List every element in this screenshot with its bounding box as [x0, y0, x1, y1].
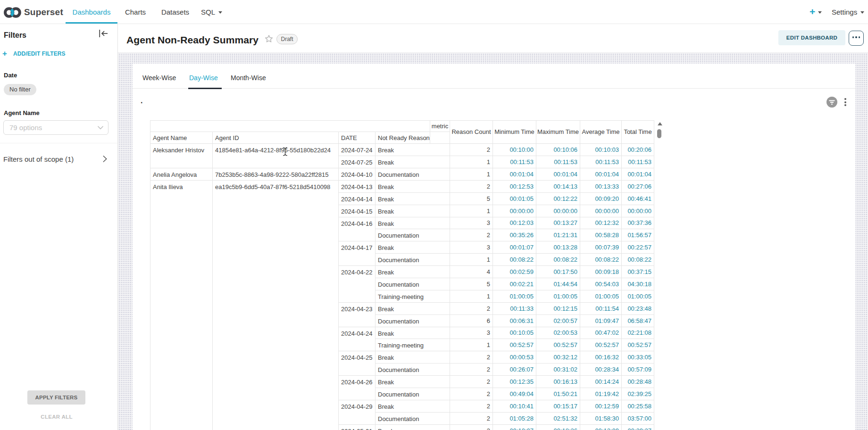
cell-agent-name[interactable]: Anelia Angelova: [150, 168, 213, 180]
cell-min: 00:06:31: [493, 314, 536, 327]
tab-month-wise[interactable]: Month-Wise: [231, 66, 266, 90]
pivot-col-dimension-label[interactable]: metric: [430, 120, 450, 132]
pivot-metric-header[interactable]: Reason Count: [450, 120, 493, 144]
scrollbar-thumb[interactable]: [657, 129, 661, 138]
cell-min: 00:10:05: [493, 327, 536, 339]
cell-agent-id[interactable]: 7b253b5c-8863-4a98-9222-580a22ff2815: [213, 168, 339, 180]
scrollbar-up-arrow-icon[interactable]: [658, 122, 662, 125]
dashboard-tabbar: Week-Wise Day-Wise Month-Wise: [133, 64, 855, 89]
cell-date[interactable]: 2024-04-26: [339, 376, 376, 400]
cell-total: 00:01:04: [622, 168, 654, 180]
superset-logo-icon: [3, 5, 22, 20]
cell-reason[interactable]: Break: [376, 424, 450, 430]
cell-avg: 00:14:24: [580, 376, 622, 388]
pivot-row-dimension-label[interactable]: DATE: [339, 132, 376, 144]
cell-date[interactable]: 2024-04-24: [339, 327, 376, 351]
edit-dashboard-button[interactable]: EDIT DASHBOARD: [778, 30, 845, 45]
applied-filters-icon[interactable]: [826, 97, 837, 108]
cell-count: 1: [450, 156, 493, 168]
favorite-star-icon[interactable]: [265, 34, 273, 43]
cell-reason[interactable]: Documentation: [376, 388, 450, 400]
cell-date[interactable]: 2024-04-13: [339, 180, 376, 192]
cell-reason[interactable]: Documentation: [376, 278, 450, 290]
apply-filters-button[interactable]: APPLY FILTERS: [27, 390, 85, 405]
cell-reason[interactable]: Documentation: [376, 412, 450, 424]
cell-reason[interactable]: Break: [376, 241, 450, 254]
cell-max: 00:01:04: [536, 168, 580, 180]
cell-reason[interactable]: Break: [376, 266, 450, 278]
cell-date[interactable]: 2024-04-14: [339, 192, 376, 205]
cell-reason[interactable]: Break: [376, 180, 450, 192]
cell-date[interactable]: 2024-04-16: [339, 217, 376, 241]
pivot-metric-header[interactable]: Minimum Time: [493, 120, 536, 144]
cell-date[interactable]: 2024-04-15: [339, 205, 376, 217]
cell-date[interactable]: 2024-07-25: [339, 156, 376, 168]
nav-item-sql[interactable]: SQL: [195, 0, 228, 24]
cell-min: 00:00:53: [493, 351, 536, 364]
cell-agent-name[interactable]: Anita Ilieva: [150, 180, 213, 430]
collapse-filters-icon[interactable]: [99, 30, 108, 37]
cell-date[interactable]: 2024-04-25: [339, 351, 376, 376]
pivot-row-dimension-label[interactable]: Agent ID: [213, 132, 339, 144]
cell-agent-id[interactable]: ea19c5b9-6dd5-40a7-87f6-5218d5410098: [213, 180, 339, 430]
cell-avg: 00:07:39: [580, 241, 622, 254]
cell-date[interactable]: 2024-04-22: [339, 266, 376, 303]
cell-reason[interactable]: Break: [376, 217, 450, 229]
cell-agent-id[interactable]: 41854e81-a64a-4212-8f95-55d180b22d24: [213, 144, 339, 168]
cell-max: 00:52:57: [536, 339, 580, 351]
cell-min: 00:49:04: [493, 388, 536, 400]
cell-min: 00:11:53: [493, 156, 536, 168]
pivot-row-dimension-label[interactable]: Agent Name: [150, 132, 213, 144]
new-item-button[interactable]: +: [810, 0, 822, 24]
add-edit-filters-button[interactable]: + ADD/EDIT FILTERS: [2, 50, 66, 57]
pivot-metric-header[interactable]: Average Time: [580, 120, 622, 144]
cell-date[interactable]: 2024-04-17: [339, 241, 376, 266]
cell-reason[interactable]: Documentation: [376, 364, 450, 376]
cell-reason[interactable]: Documentation: [376, 314, 450, 327]
dashboard-more-button[interactable]: [849, 31, 864, 46]
cell-reason[interactable]: Break: [376, 376, 450, 388]
clear-all-button[interactable]: CLEAR ALL: [0, 414, 113, 420]
pivot-metric-header[interactable]: Total Time: [622, 120, 654, 144]
cell-count: 3: [450, 241, 493, 254]
cell-reason[interactable]: Documentation: [376, 168, 450, 180]
cell-date[interactable]: 2024-05-01: [339, 424, 376, 430]
nav-item-datasets[interactable]: Datasets: [155, 0, 196, 24]
settings-menu[interactable]: Settings: [832, 0, 864, 24]
cell-reason[interactable]: Break: [376, 156, 450, 168]
nav-item-charts[interactable]: Charts: [118, 0, 152, 24]
cell-date[interactable]: 2024-04-29: [339, 400, 376, 424]
table-scrollbar[interactable]: [656, 120, 663, 430]
superset-logo[interactable]: Superset: [3, 4, 63, 21]
cell-date[interactable]: 2024-04-23: [339, 302, 376, 327]
cell-date[interactable]: 2024-07-24: [339, 144, 376, 156]
cell-reason[interactable]: Break: [376, 302, 450, 314]
cell-reason[interactable]: Break: [376, 327, 450, 339]
cell-total: 00:00:00: [622, 205, 654, 217]
select-placeholder: 79 options: [9, 124, 42, 132]
pivot-row-dimension-label[interactable]: Not Ready Reason: [376, 132, 430, 144]
tab-week-wise[interactable]: Week-Wise: [142, 66, 176, 90]
cell-reason[interactable]: Break: [376, 144, 450, 156]
cell-reason[interactable]: Documentation: [376, 229, 450, 241]
cell-count: 2: [450, 229, 493, 241]
agent-name-select[interactable]: 79 options: [3, 120, 108, 135]
cell-reason[interactable]: Training-meeting: [376, 290, 450, 302]
date-filter-chip[interactable]: No filter: [4, 84, 36, 95]
cell-reason[interactable]: Training-meeting: [376, 339, 450, 351]
cell-avg: 00:08:22: [580, 254, 622, 266]
cell-date[interactable]: 2024-04-10: [339, 168, 376, 180]
cell-min: 00:52:57: [493, 339, 536, 351]
nav-item-dashboards[interactable]: Dashboards: [66, 0, 117, 24]
cell-reason[interactable]: Break: [376, 205, 450, 217]
cell-reason[interactable]: Break: [376, 192, 450, 205]
cell-reason[interactable]: Documentation: [376, 254, 450, 266]
dashboard-title: Agent Non-Ready Summary: [126, 34, 259, 46]
pivot-metric-header[interactable]: Maximum Time: [536, 120, 580, 144]
cell-reason[interactable]: Break: [376, 351, 450, 364]
cell-reason[interactable]: Break: [376, 400, 450, 412]
filters-out-of-scope-toggle[interactable]: Filters out of scope (1): [0, 143, 117, 169]
chart-kebab-menu-icon[interactable]: [843, 98, 847, 106]
cell-agent-name[interactable]: Aleksander Hristov: [150, 144, 213, 168]
tab-day-wise[interactable]: Day-Wise: [189, 66, 218, 90]
